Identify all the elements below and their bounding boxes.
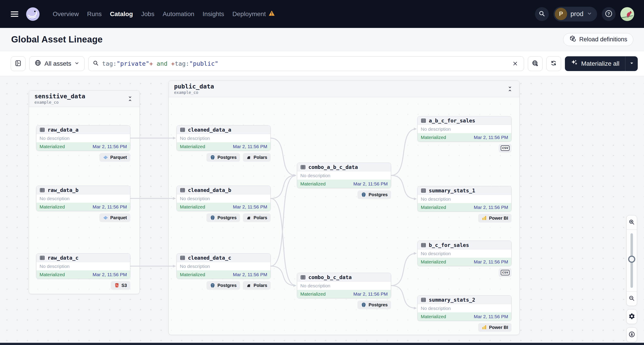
materialized-status: Materialized <box>40 204 65 210</box>
asset-node-cleaned_data_a[interactable]: cleaned_data_aNo descriptionMaterialized… <box>176 125 270 151</box>
asset-node-a_b_c_for_sales[interactable]: a_b_c_for_salesNo descriptionMaterialize… <box>418 116 512 142</box>
table-icon <box>420 118 426 124</box>
asset-node-summary_stats_2[interactable]: summary_stats_2No descriptionMaterialize… <box>418 296 512 321</box>
clear-query-button[interactable] <box>510 59 520 68</box>
nav-item-automation[interactable]: Automation <box>163 10 194 18</box>
nav-item-insights[interactable]: Insights <box>203 10 224 18</box>
kind-tag-postgres: Postgres <box>206 153 240 162</box>
asset-query-input[interactable]: tag:"private"+ and +tag:"public" <box>88 56 524 71</box>
asset-group-titles: public_dataexample_co <box>174 83 214 95</box>
asset-status-row: MaterializedMar 2, 11:56 PM <box>36 203 130 211</box>
asset-node-header: b_c_for_sales <box>418 241 511 249</box>
asset-node-raw_data_b[interactable]: raw_data_bNo descriptionMaterializedMar … <box>36 186 130 211</box>
nav-item-runs[interactable]: Runs <box>87 10 102 18</box>
kind-tag-parquet: Parquet <box>100 214 130 222</box>
materialized-status: Materialized <box>300 291 326 297</box>
asset-node-b_c_for_sales[interactable]: b_c_for_salesNo descriptionMaterializedM… <box>418 241 512 266</box>
collapse-group-button[interactable] <box>506 84 514 94</box>
menu-hamburger-icon[interactable] <box>9 9 20 19</box>
asset-kind-tags: Parquet <box>36 214 130 222</box>
asset-node-cleaned_data_b[interactable]: cleaned_data_bNo descriptionMaterialized… <box>176 186 270 211</box>
asset-node-header: cleaned_data_a <box>177 126 270 134</box>
kind-tag-polars: Polars <box>243 214 270 222</box>
kind-tag-s3: S3 <box>111 281 130 290</box>
asset-description: No description <box>36 134 130 142</box>
asset-name: cleaned_data_b <box>188 187 231 193</box>
table-icon <box>39 255 45 261</box>
new-asset-selection-button[interactable] <box>528 56 542 71</box>
asset-kind-tags: csv <box>418 268 512 277</box>
collapse-group-button[interactable] <box>126 94 134 104</box>
asset-group-title: sensitive_data <box>34 93 85 100</box>
table-icon <box>300 274 306 280</box>
kind-tag-label: Polars <box>254 155 267 160</box>
zoom-slider-thumb[interactable] <box>628 256 635 263</box>
asset-name: raw_data_b <box>48 187 78 193</box>
asset-kind-tags: Postgres <box>297 300 391 309</box>
kind-tag-postgres: Postgres <box>358 190 391 199</box>
csv-icon: csv <box>501 270 510 275</box>
zoom-in-button[interactable] <box>626 216 637 230</box>
help-button[interactable]: ? <box>602 7 616 21</box>
asset-node-raw_data_c[interactable]: raw_data_cNo descriptionMaterializedMar … <box>36 254 130 279</box>
materialized-status: Materialized <box>421 205 446 210</box>
materialized-status: Materialized <box>421 135 446 140</box>
lineage-graph-canvas[interactable]: sensitive_dataexample_copublic_dataexamp… <box>0 76 644 343</box>
table-icon <box>180 127 186 133</box>
primary-nav: Overview Runs Catalog Jobs Automation In… <box>53 10 275 18</box>
page-title: Global Asset Lineage <box>11 34 102 44</box>
deployment-switcher[interactable]: P prod <box>554 7 597 22</box>
postgres-icon <box>361 302 366 308</box>
lineage-toolbar: All assets tag:"private"+ and +tag:"publ… <box>0 51 644 76</box>
deployment-name: prod <box>570 10 584 18</box>
nav-item-deployment[interactable]: Deployment <box>232 10 275 18</box>
asset-node-cleaned_data_c[interactable]: cleaned_data_cNo descriptionMaterialized… <box>176 254 270 279</box>
global-search-button[interactable] <box>535 7 549 21</box>
asset-scope-dropdown[interactable]: All assets <box>29 56 84 71</box>
materialize-all-main[interactable]: Materialize all <box>565 56 625 71</box>
asset-node-combo_a_b_c_data[interactable]: combo_a_b_c_dataNo descriptionMaterializ… <box>297 163 391 188</box>
nav-right-cluster: P prod ? <box>535 7 634 22</box>
asset-node-raw_data_a[interactable]: raw_data_aNo descriptionMaterializedMar … <box>36 125 130 151</box>
sparkles-icon <box>571 59 578 68</box>
asset-description: No description <box>297 282 391 290</box>
toggle-sidebar-button[interactable] <box>11 56 26 71</box>
table-icon <box>39 187 45 193</box>
reload-definitions-button[interactable]: Reload definitions <box>563 33 633 46</box>
nav-item-catalog[interactable]: Catalog <box>110 10 133 18</box>
asset-status-row: MaterializedMar 2, 11:56 PM <box>418 312 511 321</box>
zoom-slider[interactable] <box>626 230 637 291</box>
asset-name: a_b_c_for_sales <box>429 118 475 124</box>
kind-tag-parquet: Parquet <box>100 153 130 162</box>
search-icon <box>538 10 546 18</box>
nav-item-deployment-label: Deployment <box>232 10 266 18</box>
asset-group-titles: sensitive_dataexample_co <box>34 93 85 104</box>
zoom-out-button[interactable] <box>626 291 637 306</box>
asset-node-summary_stats_1[interactable]: summary_stats_1No descriptionMaterialize… <box>418 186 512 212</box>
asset-description: No description <box>177 194 270 203</box>
download-graph-button[interactable] <box>626 327 637 342</box>
asset-node-combo_b_c_data[interactable]: combo_b_c_dataNo descriptionMaterialized… <box>297 273 391 298</box>
table-icon <box>180 255 186 261</box>
query-segment-6: "public" <box>189 60 218 67</box>
caret-down-icon <box>630 61 634 66</box>
csv-icon: csv <box>501 146 510 151</box>
materialize-options-caret[interactable] <box>625 56 638 71</box>
kind-tag-label: Power BI <box>489 325 508 330</box>
nav-item-overview[interactable]: Overview <box>53 10 79 18</box>
materialize-all-button[interactable]: Materialize all <box>565 56 638 71</box>
graph-settings-button[interactable] <box>626 309 637 324</box>
kind-tag-label: Polars <box>254 283 267 288</box>
query-segment-1: "private" <box>117 60 149 67</box>
nav-item-jobs[interactable]: Jobs <box>141 10 154 18</box>
parquet-icon <box>103 154 108 160</box>
kind-tag-label: Polars <box>254 215 267 220</box>
kind-tag-label: Postgres <box>368 302 388 308</box>
table-icon <box>180 187 186 193</box>
asset-name: cleaned_data_c <box>188 255 231 261</box>
refresh-graph-button[interactable] <box>546 56 561 71</box>
user-avatar[interactable] <box>620 7 634 21</box>
asset-kind-tags: Power BI <box>418 323 512 332</box>
download-icon <box>628 331 635 339</box>
materialized-timestamp: Mar 2, 11:56 PM <box>474 205 508 210</box>
